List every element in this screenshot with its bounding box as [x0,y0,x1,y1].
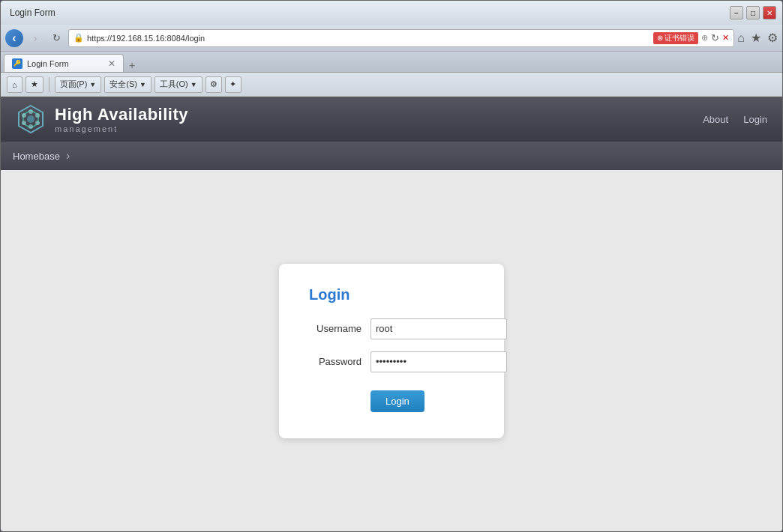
about-link[interactable]: About [703,114,728,125]
page-btn[interactable]: 页面(P) ▼ [55,76,102,93]
username-input[interactable] [370,318,507,339]
nav-bar: ‹ › ↻ 🔒 https://192.168.15.16:8084/login… [1,25,782,52]
toolbar-separator-1 [49,77,50,92]
tab-favicon: 🔑 [12,58,22,69]
address-bar[interactable]: 🔒 https://192.168.15.16:8084/login ⊗ 证书错… [68,29,734,47]
svg-point-4 [35,113,40,118]
logo-svg [16,104,46,134]
favorites-toolbar-btn[interactable]: ★ [26,76,44,93]
cert-error-badge: ⊗ 证书错误 [653,32,698,44]
login-form-title: Login [309,286,474,303]
cert-error-label: 证书错误 [664,33,694,43]
logo-text: High Availability management [55,105,188,133]
tab-bar: 🔑 Login Form ✕ + [1,52,782,73]
tab-close-button[interactable]: ✕ [108,58,116,69]
cert-error-icon: ⊗ [657,34,663,42]
app-title: High Availability [55,105,188,124]
address-action-icon1[interactable]: ⊕ [701,33,708,43]
favorites-icon[interactable]: ★ [751,31,761,45]
svg-point-5 [35,121,40,125]
url-text: https://192.168.15.16:8084/login [87,34,650,43]
address-stop-icon[interactable]: ✕ [722,33,729,43]
breadcrumb-homebase[interactable]: Homebase [13,151,60,162]
svg-point-6 [28,124,33,129]
svg-point-3 [28,109,33,114]
toolbar: ⌂ ★ 页面(P) ▼ 安全(S) ▼ 工具(O) ▼ ⚙ ✦ [1,73,782,97]
extra-btn[interactable]: ✦ [225,76,242,93]
title-bar-title: Login Form [10,7,56,18]
content-area: High Availability management About Login… [1,97,782,531]
active-tab[interactable]: 🔑 Login Form ✕ [4,54,124,72]
tools-dropdown-icon: ▼ [190,81,197,88]
browser-right-icons: ⌂ ★ ⚙ [737,31,778,45]
ssl-icon: 🔒 [74,33,84,43]
breadcrumb-homebase-label: Homebase [13,151,60,162]
svg-point-8 [22,113,26,118]
close-button[interactable]: ✕ [763,6,776,19]
maximize-button[interactable]: □ [746,6,760,19]
password-group: Password [309,351,474,372]
address-refresh-icon[interactable]: ↻ [711,32,719,43]
breadcrumb-bar: Homebase › [1,142,782,170]
new-tab-button[interactable]: + [124,58,140,72]
breadcrumb-arrow: › [66,149,70,163]
svg-point-7 [22,121,26,125]
app-header: High Availability management About Login [1,97,782,142]
title-bar-left: Login Form [7,7,56,18]
app-logo: High Availability management [16,104,188,134]
app-subtitle: management [55,124,188,133]
tab-label: Login Form [27,59,69,68]
back-button[interactable]: ‹ [5,29,23,47]
home-toolbar-btn[interactable]: ⌂ [7,76,22,93]
main-content: Login Username Password Login [1,170,782,531]
security-btn[interactable]: 安全(S) ▼ [104,76,152,93]
login-submit-button[interactable]: Login [370,390,424,412]
gear-btn[interactable]: ⚙ [206,76,222,93]
tools-label: 工具(O) [160,79,188,90]
username-label: Username [309,323,362,334]
home-icon[interactable]: ⌂ [737,31,745,45]
tools-btn[interactable]: 工具(O) ▼ [154,76,202,93]
svg-point-2 [27,115,34,123]
settings-icon[interactable]: ⚙ [767,31,778,45]
page-dropdown-icon: ▼ [89,81,96,88]
password-label: Password [309,356,362,367]
username-group: Username [309,318,474,339]
refresh-button[interactable]: ↻ [47,29,65,47]
forward-button[interactable]: › [26,29,44,47]
title-bar: Login Form − □ ✕ [1,1,782,25]
login-link[interactable]: Login [743,114,767,125]
password-input[interactable] [370,351,507,372]
header-nav: About Login [703,114,767,125]
minimize-button[interactable]: − [730,6,743,19]
security-dropdown-icon: ▼ [140,81,146,88]
page-label: 页面(P) [60,79,88,90]
browser-window: Login Form − □ ✕ ‹ › ↻ 🔒 https://192.168… [0,0,783,532]
login-card: Login Username Password Login [279,264,504,438]
security-label: 安全(S) [110,79,137,90]
